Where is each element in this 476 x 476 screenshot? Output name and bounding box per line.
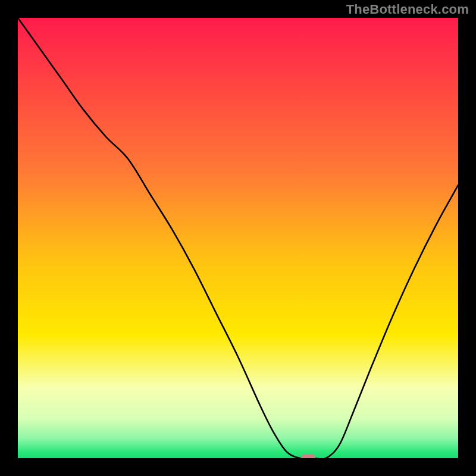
plot-area bbox=[18, 18, 458, 458]
watermark-text: TheBottleneck.com bbox=[346, 2, 469, 17]
optimal-point-marker bbox=[301, 454, 315, 458]
bottleneck-curve bbox=[18, 18, 458, 458]
chart-frame: TheBottleneck.com bbox=[0, 0, 476, 476]
